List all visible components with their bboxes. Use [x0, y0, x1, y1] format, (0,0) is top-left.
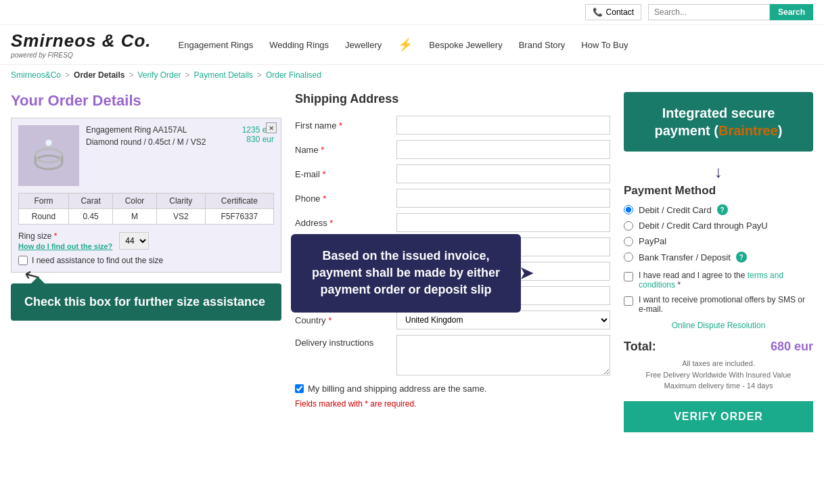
total-amount: 680 eur [771, 340, 813, 354]
logo-nav: Smirneos & Co. powered by FIRESQ Engagem… [0, 25, 824, 65]
phone-input[interactable] [396, 189, 610, 208]
phone-label: Phone * [295, 193, 390, 204]
payment-radio-card[interactable] [624, 205, 633, 214]
billing-checkbox[interactable] [295, 384, 304, 393]
breadcrumb-verify-order[interactable]: Verify Order [137, 70, 181, 80]
delivery-label: Delivery instructions [295, 335, 390, 348]
breadcrumb-order-details: Order Details [74, 70, 124, 80]
total-notes: All taxes are included. Free Delivery Wo… [624, 358, 813, 392]
delivery-row: Delivery instructions [295, 335, 610, 375]
promo-row: I want to receive promotional offers by … [624, 295, 813, 314]
terms-label: I have read and I agree to the terms and… [639, 271, 813, 290]
spec-carat: 0.45 [68, 209, 112, 225]
search-button[interactable]: Search [770, 4, 813, 20]
nav-bespoke[interactable]: Bespoke Jewellery [429, 40, 502, 50]
email-input[interactable] [396, 164, 610, 183]
arrow-right-icon: ↓ [624, 162, 813, 181]
ring-size-label: Ring size [18, 231, 51, 241]
total-row: Total: 680 eur [624, 340, 813, 354]
spec-header-clarity: Clarity [156, 193, 205, 209]
logo-sub: powered by FIRESQ [11, 51, 152, 59]
table-row: Round 0.45 M VS2 F5F76337 [19, 209, 274, 225]
country-select[interactable]: United Kingdom Germany France Poland Rom… [396, 311, 610, 329]
payment-option-card: Debit / Credit Card ? [624, 204, 813, 215]
spec-form: Round [19, 209, 69, 225]
name-label: Name * [295, 145, 390, 155]
required-note: Fields marked with * are required. [295, 399, 610, 409]
billing-check-row: My billing and shipping address are the … [295, 384, 610, 394]
ring-size-select[interactable]: 4041424344454647484950 [119, 232, 149, 250]
name-input[interactable] [396, 140, 610, 159]
payment-label-payu: Debit / Credit Card through PayU [639, 221, 768, 231]
help-icon-card[interactable]: ? [717, 204, 728, 215]
first-name-row: First name * [295, 116, 610, 135]
size-assist-row: I need assistance to find out the size [18, 256, 274, 265]
price-discounted: 830 eur [246, 135, 274, 144]
breadcrumb-home[interactable]: Smirneos&Co [11, 70, 61, 80]
phone-row: Phone * [295, 189, 610, 208]
contact-label: Contact [606, 7, 634, 17]
phone-icon: 📞 [593, 7, 603, 17]
nav-engagement-rings[interactable]: Engagement Rings [179, 40, 254, 50]
payment-title: Payment Method [624, 184, 813, 198]
help-icon-bank[interactable]: ? [736, 252, 747, 262]
billing-check-label: My billing and shipping address are the … [308, 384, 486, 394]
country-row: Country * United Kingdom Germany France … [295, 311, 610, 329]
payment-option-bank: Bank Transfer / Deposit ? [624, 252, 813, 262]
top-bar: 📞 Contact Search [0, 0, 824, 25]
main-nav: Engagement Rings Wedding Rings Jewellery… [179, 37, 628, 52]
address-label: Address * [295, 218, 390, 228]
verify-order-button[interactable]: VERIFY ORDER [624, 401, 813, 432]
payment-label-card: Debit / Credit Card [639, 205, 712, 215]
spec-header-color: Color [113, 193, 156, 209]
spec-clarity: VS2 [156, 209, 205, 225]
spec-header-form: Form [19, 193, 69, 209]
tooltip-size-assist: Check this box for further size assistan… [11, 283, 281, 321]
shipping-title: Shipping Address [295, 92, 610, 106]
spec-color: M [113, 209, 156, 225]
email-label: E-mail * [295, 169, 390, 179]
logo-title: Smirneos & Co. [11, 30, 152, 51]
promo-checkbox[interactable] [624, 296, 633, 306]
name-row: Name * [295, 140, 610, 159]
spec-header-carat: Carat [68, 193, 112, 209]
product-image [18, 125, 79, 186]
size-help-link[interactable]: How do I find out the size? [18, 242, 112, 250]
braintree-text: Braintree [718, 123, 778, 138]
payment-radio-bank[interactable] [624, 252, 633, 262]
country-label: Country * [295, 315, 390, 325]
payment-radio-payu[interactable] [624, 221, 633, 231]
spec-header-cert: Certificate [205, 193, 273, 209]
specs-table: Form Carat Color Clarity Certificate Rou… [18, 193, 274, 225]
payment-radio-paypal[interactable] [624, 237, 633, 246]
nav-how-to-buy[interactable]: How To Buy [581, 40, 628, 50]
nav-wedding-rings[interactable]: Wedding Rings [269, 40, 329, 50]
product-details: Engagement Ring AA157AL Diamond round / … [86, 125, 235, 150]
address-input[interactable] [396, 213, 610, 232]
nav-jewellery[interactable]: Jewellery [345, 40, 382, 50]
contact-button[interactable]: 📞 Contact [585, 4, 641, 20]
first-name-input[interactable] [396, 116, 610, 135]
size-assist-checkbox[interactable] [18, 256, 28, 265]
tooltip-arrow-container: ↖ Check this box for further size assist… [11, 283, 281, 321]
spec-cert: F5F76337 [205, 209, 273, 225]
payment-option-paypal: PayPal [624, 236, 813, 246]
product-desc: Diamond round / 0.45ct / M / VS2 [86, 137, 235, 147]
svg-point-5 [45, 139, 52, 146]
ring-size-row: Ring size * How do I find out the size? … [18, 231, 274, 250]
close-button[interactable]: ✕ [266, 122, 277, 133]
ring-size-req: * [51, 231, 57, 241]
logo: Smirneos & Co. powered by FIRESQ [11, 30, 152, 59]
nav-brand-story[interactable]: Brand Story [519, 40, 566, 50]
payment-label-bank: Bank Transfer / Deposit [639, 252, 731, 262]
ring-size-section: Ring size * How do I find out the size? … [18, 231, 274, 265]
delivery-input[interactable] [396, 335, 610, 375]
breadcrumb-payment-details[interactable]: Payment Details [193, 70, 252, 80]
search-input[interactable] [648, 4, 770, 20]
dispute-link[interactable]: Online Dispute Resolution [624, 321, 813, 330]
payment-option-payu: Debit / Credit Card through PayU [624, 221, 813, 231]
terms-checkbox[interactable] [624, 272, 633, 281]
breadcrumb-order-finalised[interactable]: Order Finalised [266, 70, 321, 80]
order-card: ✕ Engagement Ring AA157AL Diamond r [11, 118, 281, 273]
main-content: Your Order Details ✕ Engagement R [0, 85, 824, 439]
